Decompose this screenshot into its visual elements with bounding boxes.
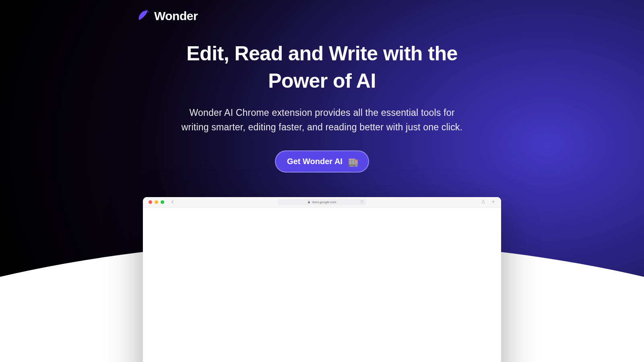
hero-section: Edit, Read and Write with the Power of A… bbox=[177, 40, 467, 173]
share-icon[interactable] bbox=[481, 200, 485, 205]
svg-point-1 bbox=[148, 12, 149, 12]
browser-content-area bbox=[143, 208, 501, 362]
new-tab-icon[interactable] bbox=[491, 200, 495, 205]
logo-icon bbox=[136, 9, 150, 23]
maximize-window-icon[interactable] bbox=[161, 200, 164, 204]
hero-title: Edit, Read and Write with the Power of A… bbox=[177, 40, 467, 95]
back-button-icon[interactable] bbox=[171, 200, 175, 205]
url-text: docs.google.com bbox=[312, 200, 336, 204]
browser-mockup: docs.google.com bbox=[143, 197, 501, 362]
chrome-store-icon: 🏬 bbox=[348, 157, 357, 166]
browser-toolbar: docs.google.com bbox=[143, 197, 501, 208]
minimize-window-icon[interactable] bbox=[155, 200, 158, 204]
refresh-icon[interactable] bbox=[360, 200, 364, 204]
svg-point-0 bbox=[147, 10, 148, 11]
address-bar[interactable]: docs.google.com bbox=[278, 199, 366, 205]
get-wonder-ai-button[interactable]: Get Wonder AI 🏬 bbox=[275, 150, 369, 173]
browser-right-controls bbox=[481, 200, 495, 205]
svg-rect-3 bbox=[308, 202, 310, 203]
logo[interactable]: Wonder bbox=[136, 9, 198, 23]
logo-text: Wonder bbox=[154, 9, 198, 23]
cta-label: Get Wonder AI bbox=[287, 157, 343, 166]
svg-point-2 bbox=[145, 9, 146, 10]
close-window-icon[interactable] bbox=[149, 200, 152, 204]
hero-subtitle: Wonder AI Chrome extension provides all … bbox=[177, 106, 467, 134]
lock-icon bbox=[308, 201, 310, 204]
window-controls bbox=[149, 200, 164, 204]
